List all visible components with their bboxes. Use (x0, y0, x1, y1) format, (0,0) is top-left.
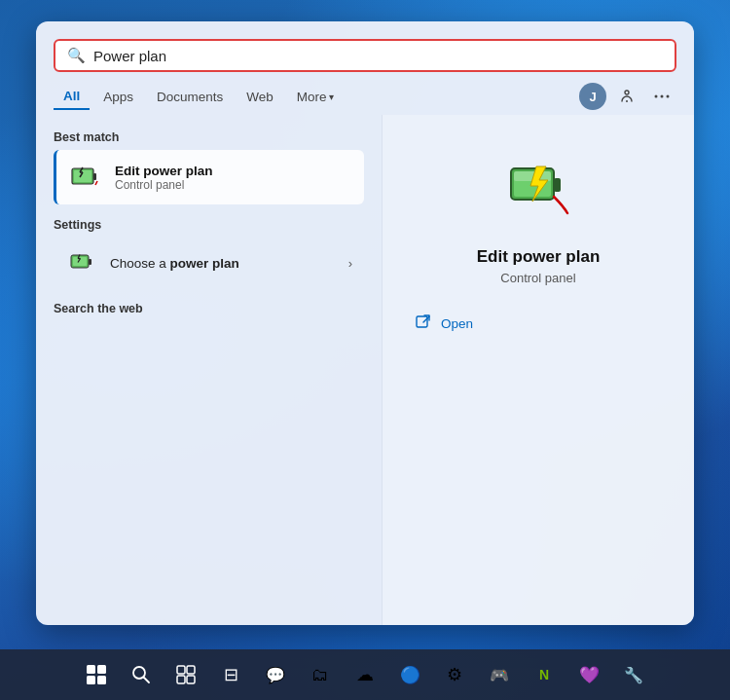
more-options-icon[interactable] (647, 82, 676, 111)
svg-rect-19 (554, 178, 561, 192)
tab-documents[interactable]: Documents (147, 85, 233, 109)
steam-taskbar-icon[interactable]: 🎮 (480, 655, 519, 694)
widgets-icon[interactable]: ⊟ (211, 655, 250, 694)
svg-rect-32 (187, 676, 195, 683)
user-avatar[interactable]: J (579, 83, 606, 110)
detail-icon (494, 144, 582, 232)
chrome-taskbar-icon[interactable]: 🔵 (390, 655, 429, 694)
taskbar-search-icon[interactable] (122, 655, 161, 694)
settings-item-text: Choose a power plan (110, 256, 339, 271)
detail-title: Edit power plan (477, 247, 601, 267)
search-icon: 🔍 (67, 47, 86, 64)
tab-all[interactable]: All (54, 84, 90, 110)
onedrive-taskbar-icon[interactable]: ☁ (346, 655, 384, 694)
svg-rect-26 (97, 676, 106, 684)
svg-point-0 (625, 91, 629, 94)
svg-rect-22 (417, 316, 427, 327)
slack-taskbar-icon[interactable]: 💜 (569, 655, 608, 694)
svg-line-28 (144, 678, 150, 683)
nvidia-taskbar-icon[interactable]: N (525, 655, 564, 694)
start-button[interactable] (77, 655, 116, 694)
search-bar-container: 🔍 (36, 21, 694, 82)
taskbar: ⊟ 💬 🗂 ☁ 🔵 ⚙ 🎮 N 💜 🔧 (0, 649, 730, 700)
svg-rect-6 (93, 173, 96, 180)
best-match-subtitle: Control panel (115, 178, 213, 192)
search-input[interactable] (93, 48, 663, 64)
left-panel: Best match Edit power pl (36, 115, 382, 625)
svg-point-2 (655, 95, 658, 98)
svg-rect-24 (97, 665, 106, 674)
detail-actions: Open (406, 307, 671, 341)
best-match-item[interactable]: Edit power plan Control panel (54, 150, 364, 204)
settings-item-choose-power-plan[interactable]: Choose a power plan › (54, 238, 364, 288)
search-bar[interactable]: 🔍 (54, 39, 676, 72)
chevron-down-icon: ▾ (329, 92, 334, 102)
tab-web[interactable]: Web (237, 85, 283, 109)
extra-taskbar-icon[interactable]: 🔧 (614, 655, 653, 694)
main-content: Best match Edit power pl (36, 115, 694, 625)
nav-tabs: All Apps Documents Web More ▾ J (36, 82, 694, 111)
best-match-text: Edit power plan Control panel (115, 164, 213, 192)
best-match-icon (68, 160, 103, 195)
chat-icon[interactable]: 💬 (256, 655, 295, 694)
svg-rect-23 (87, 665, 95, 674)
network-icon[interactable] (612, 82, 641, 111)
svg-rect-31 (177, 676, 185, 683)
nav-right-icons: J (579, 82, 676, 111)
svg-point-4 (667, 95, 670, 98)
svg-rect-30 (187, 666, 195, 674)
settings-item-bold: power plan (170, 256, 239, 271)
task-view-icon[interactable] (166, 655, 205, 694)
chevron-right-icon: › (348, 256, 352, 271)
svg-point-3 (661, 95, 664, 98)
right-panel: Edit power plan Control panel Open (382, 115, 694, 625)
open-icon (416, 314, 431, 333)
svg-point-1 (626, 100, 628, 102)
settings-label: Settings (54, 218, 364, 232)
start-menu: 🔍 All Apps Documents Web More ▾ J Best m… (36, 21, 694, 625)
svg-rect-29 (177, 666, 185, 674)
svg-rect-13 (89, 259, 91, 265)
best-match-title: Edit power plan (115, 164, 213, 178)
more-label: More (297, 90, 327, 104)
best-match-label: Best match (54, 130, 364, 144)
detail-subtitle: Control panel (500, 271, 575, 285)
svg-line-11 (95, 181, 97, 185)
settings-taskbar-icon[interactable]: ⚙ (435, 655, 474, 694)
tab-more[interactable]: More ▾ (287, 85, 344, 109)
tab-apps[interactable]: Apps (93, 85, 143, 109)
file-explorer-taskbar-icon[interactable]: 🗂 (301, 655, 340, 694)
open-action[interactable]: Open (406, 307, 671, 341)
settings-item-icon (65, 245, 100, 280)
search-web-label: Search the web (54, 298, 364, 319)
svg-rect-25 (87, 676, 95, 684)
open-label: Open (441, 316, 473, 331)
